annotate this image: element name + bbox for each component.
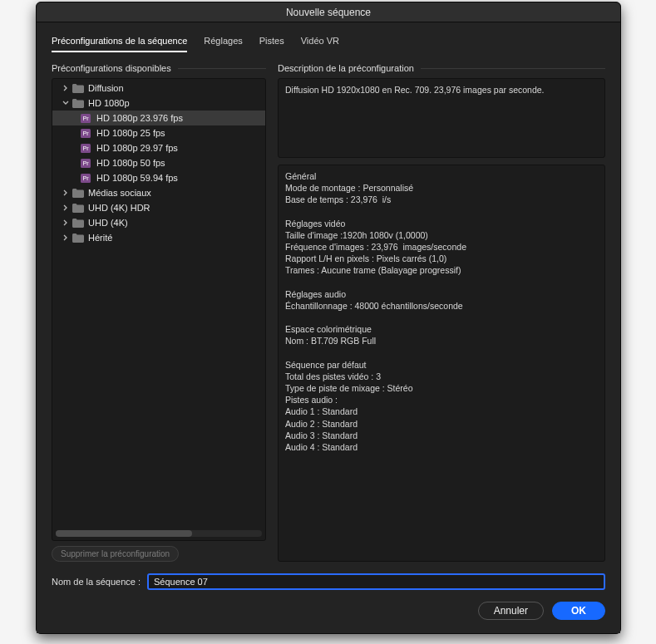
- tree-folder[interactable]: Diffusion: [52, 81, 265, 96]
- window-title: Nouvelle séquence: [286, 7, 371, 18]
- tree-item-label: UHD (4K): [88, 218, 128, 228]
- preset-tree[interactable]: DiffusionHD 1080pPrHD 1080p 23.976 fpsPr…: [52, 79, 265, 530]
- svg-text:Pr: Pr: [83, 130, 90, 136]
- preset-details: Général Mode de montage : Personnalisé B…: [278, 165, 605, 562]
- preset-tree-container: DiffusionHD 1080pPrHD 1080p 23.976 fpsPr…: [52, 78, 266, 541]
- chevron-right-icon[interactable]: [61, 204, 71, 211]
- scrollbar-thumb[interactable]: [56, 530, 192, 537]
- tree-folder[interactable]: UHD (4K) HDR: [52, 200, 265, 215]
- tree-item-label: HD 1080p: [88, 98, 130, 108]
- header-divider: [178, 68, 266, 69]
- tree-preset[interactable]: PrHD 1080p 50 fps: [52, 155, 265, 170]
- preset-icon: Pr: [81, 129, 92, 138]
- presets-column: Préconfigurations disponibles DiffusionH…: [52, 58, 266, 562]
- tree-item-label: HD 1080p 23.976 fps: [96, 113, 183, 123]
- folder-icon: [72, 84, 84, 93]
- preset-icon: Pr: [81, 114, 92, 123]
- folder-icon: [72, 189, 84, 198]
- cancel-button[interactable]: Annuler: [478, 602, 544, 620]
- tree-folder[interactable]: HD 1080p: [52, 96, 265, 111]
- columns: Préconfigurations disponibles DiffusionH…: [52, 58, 605, 562]
- description-column: Description de la préconfiguration Diffu…: [278, 58, 605, 562]
- ok-button[interactable]: OK: [552, 602, 605, 620]
- svg-text:Pr: Pr: [83, 175, 90, 181]
- tab-pistes[interactable]: Pistes: [259, 34, 284, 52]
- svg-text:Pr: Pr: [83, 145, 90, 151]
- preset-icon: Pr: [81, 174, 92, 183]
- tree-item-label: HD 1080p 25 fps: [96, 128, 165, 138]
- sequence-name-input[interactable]: [147, 573, 605, 590]
- sequence-name-row: Nom de la séquence :: [52, 573, 605, 590]
- tab-r-glages[interactable]: Réglages: [204, 34, 242, 52]
- titlebar: Nouvelle séquence: [37, 2, 620, 22]
- tree-item-label: Diffusion: [88, 83, 124, 93]
- header-divider: [421, 68, 605, 69]
- tree-preset[interactable]: PrHD 1080p 25 fps: [52, 125, 265, 140]
- tree-folder[interactable]: Hérité: [52, 230, 265, 245]
- tree-preset[interactable]: PrHD 1080p 29.97 fps: [52, 140, 265, 155]
- preset-icon: Pr: [81, 159, 92, 168]
- dialog-buttons: Annuler OK: [52, 602, 605, 620]
- tab-pr-configurations-de-la-s-quence[interactable]: Préconfigurations de la séquence: [52, 34, 187, 52]
- tree-item-label: Hérité: [88, 233, 112, 243]
- folder-icon: [72, 234, 84, 243]
- dialog-body: Préconfigurations de la séquenceRéglages…: [37, 22, 620, 633]
- tree-item-label: HD 1080p 50 fps: [96, 158, 165, 168]
- chevron-down-icon[interactable]: [61, 100, 71, 106]
- svg-text:Pr: Pr: [83, 160, 90, 166]
- chevron-right-icon[interactable]: [61, 219, 71, 226]
- tree-preset[interactable]: PrHD 1080p 59.94 fps: [52, 170, 265, 185]
- svg-text:Pr: Pr: [83, 116, 90, 121]
- delete-preset-button[interactable]: Supprimer la préconfiguration: [52, 546, 179, 562]
- tree-item-label: HD 1080p 29.97 fps: [96, 143, 178, 153]
- presets-header-label: Préconfigurations disponibles: [52, 63, 171, 73]
- tabbar: Préconfigurations de la séquenceRéglages…: [52, 34, 605, 53]
- preset-summary: Diffusion HD 1920x1080 en Rec. 709. 23,9…: [278, 78, 605, 158]
- preset-icon: Pr: [81, 144, 92, 153]
- tree-folder[interactable]: Médias sociaux: [52, 185, 265, 200]
- new-sequence-dialog: Nouvelle séquence Préconfigurations de l…: [36, 2, 621, 634]
- tree-item-label: HD 1080p 59.94 fps: [96, 173, 178, 183]
- chevron-right-icon[interactable]: [61, 189, 71, 196]
- tab-vid-o-vr[interactable]: Vidéo VR: [301, 34, 339, 52]
- presets-header: Préconfigurations disponibles: [52, 63, 266, 73]
- description-header: Description de la préconfiguration: [278, 63, 605, 73]
- chevron-right-icon[interactable]: [61, 234, 71, 241]
- tree-item-label: Médias sociaux: [88, 188, 151, 198]
- tree-preset[interactable]: PrHD 1080p 23.976 fps: [52, 111, 265, 125]
- folder-icon: [72, 99, 84, 108]
- tree-folder[interactable]: UHD (4K): [52, 215, 265, 230]
- folder-icon: [72, 219, 84, 228]
- sequence-name-label: Nom de la séquence :: [52, 577, 141, 587]
- horizontal-scrollbar[interactable]: [56, 530, 262, 537]
- description-header-label: Description de la préconfiguration: [278, 63, 414, 73]
- chevron-right-icon[interactable]: [61, 85, 71, 91]
- tree-item-label: UHD (4K) HDR: [88, 203, 150, 213]
- folder-icon: [72, 204, 84, 213]
